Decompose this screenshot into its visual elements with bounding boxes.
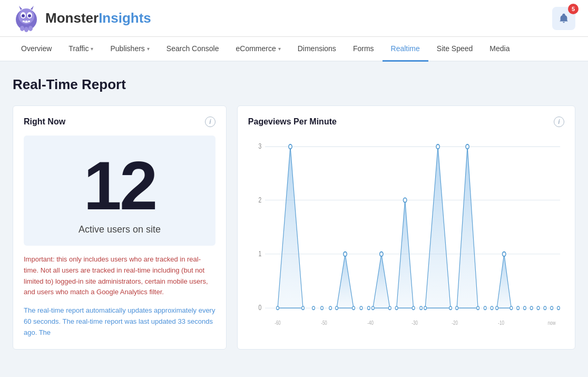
main-content: Real-Time Report Right Now i 12 Active u… bbox=[0, 62, 588, 364]
svg-text:now: now bbox=[548, 320, 556, 326]
svg-point-64 bbox=[557, 306, 560, 310]
nav-item-media[interactable]: Media bbox=[481, 37, 518, 62]
svg-point-61 bbox=[537, 306, 540, 310]
pageviews-panel-header: Pageviews Per Minute i bbox=[248, 117, 564, 127]
chevron-down-icon: ▾ bbox=[91, 46, 93, 52]
svg-marker-44 bbox=[425, 147, 450, 308]
panels-row: Right Now i 12 Active users on site Impo… bbox=[13, 105, 575, 350]
svg-point-53 bbox=[491, 306, 493, 310]
svg-point-38 bbox=[388, 306, 391, 310]
logo-text: MonsterInsights bbox=[45, 10, 151, 26]
svg-point-26 bbox=[312, 306, 315, 310]
big-number-area: 12 Active users on site bbox=[24, 136, 215, 246]
svg-point-57 bbox=[510, 306, 513, 310]
svg-marker-29 bbox=[337, 254, 354, 308]
nav-item-ecommerce[interactable]: eCommerce ▾ bbox=[227, 37, 289, 62]
svg-point-49 bbox=[466, 144, 469, 149]
svg-text:-50: -50 bbox=[321, 320, 327, 326]
update-text: The real-time report automatically updat… bbox=[24, 305, 215, 338]
svg-point-60 bbox=[530, 306, 533, 310]
svg-point-55 bbox=[502, 252, 505, 256]
svg-marker-6 bbox=[19, 6, 22, 10]
nav-item-dimensions[interactable]: Dimensions bbox=[289, 37, 345, 62]
right-now-panel-header: Right Now i bbox=[24, 117, 215, 127]
svg-text:-40: -40 bbox=[367, 320, 374, 326]
svg-point-46 bbox=[424, 306, 427, 310]
logo-insights: Insights bbox=[99, 10, 151, 26]
svg-point-5 bbox=[28, 14, 31, 17]
svg-rect-9 bbox=[25, 21, 27, 22]
svg-text:-10: -10 bbox=[498, 320, 504, 326]
nav-item-search-console[interactable]: Search Console bbox=[158, 37, 228, 62]
svg-text:-60: -60 bbox=[275, 320, 281, 326]
svg-point-50 bbox=[456, 306, 458, 310]
nav-item-overview[interactable]: Overview bbox=[13, 37, 60, 62]
pageviews-chart: 0 1 2 3 bbox=[248, 136, 564, 336]
svg-text:2: 2 bbox=[258, 196, 261, 204]
notification-badge: 5 bbox=[568, 4, 579, 14]
logo-monster: Monster bbox=[45, 10, 99, 26]
svg-point-24 bbox=[276, 306, 279, 310]
header: MonsterInsights 5 bbox=[0, 0, 588, 37]
svg-marker-22 bbox=[278, 147, 303, 308]
right-now-title: Right Now bbox=[24, 117, 65, 127]
svg-marker-7 bbox=[31, 6, 34, 10]
chevron-down-icon: ▾ bbox=[147, 46, 150, 52]
pageviews-panel: Pageviews Per Minute i bbox=[237, 105, 575, 350]
svg-point-31 bbox=[335, 306, 338, 310]
svg-point-30 bbox=[344, 252, 347, 256]
svg-point-63 bbox=[551, 306, 553, 310]
pageviews-title: Pageviews Per Minute bbox=[248, 117, 337, 127]
page-title: Real-Time Report bbox=[13, 76, 575, 93]
svg-point-32 bbox=[352, 306, 355, 310]
svg-text:0: 0 bbox=[258, 304, 261, 312]
chart-container: 0 1 2 3 bbox=[248, 136, 564, 336]
header-right: 5 bbox=[552, 7, 575, 30]
svg-point-25 bbox=[301, 306, 304, 310]
svg-point-37 bbox=[371, 306, 374, 310]
svg-point-12 bbox=[24, 27, 28, 32]
svg-point-59 bbox=[523, 306, 526, 310]
logo-area: MonsterInsights bbox=[13, 5, 151, 32]
svg-point-40 bbox=[403, 198, 406, 202]
svg-point-58 bbox=[517, 306, 520, 310]
svg-point-4 bbox=[22, 14, 25, 17]
svg-point-34 bbox=[367, 306, 370, 310]
svg-point-36 bbox=[379, 252, 383, 256]
svg-marker-35 bbox=[373, 254, 390, 308]
logo-icon bbox=[13, 5, 40, 32]
active-users-label: Active users on site bbox=[79, 224, 161, 235]
nav-item-forms[interactable]: Forms bbox=[345, 37, 383, 62]
svg-point-27 bbox=[320, 306, 323, 310]
svg-point-41 bbox=[395, 306, 398, 310]
svg-point-56 bbox=[496, 306, 498, 310]
svg-point-45 bbox=[436, 144, 439, 149]
svg-point-13 bbox=[28, 26, 33, 31]
svg-point-42 bbox=[412, 306, 415, 310]
svg-text:-20: -20 bbox=[452, 320, 458, 326]
svg-point-28 bbox=[329, 306, 331, 310]
svg-point-43 bbox=[420, 306, 423, 310]
svg-point-23 bbox=[289, 144, 292, 149]
svg-text:-30: -30 bbox=[411, 320, 418, 326]
nav-item-realtime[interactable]: Realtime bbox=[383, 37, 428, 62]
pageviews-info-icon[interactable]: i bbox=[554, 117, 564, 127]
nav-bar: Overview Traffic ▾ Publishers ▾ Search C… bbox=[0, 37, 588, 62]
svg-point-33 bbox=[360, 306, 362, 310]
right-now-info-icon[interactable]: i bbox=[205, 117, 215, 127]
nav-item-publishers[interactable]: Publishers ▾ bbox=[102, 37, 158, 62]
svg-point-11 bbox=[20, 26, 24, 31]
svg-point-52 bbox=[484, 306, 486, 310]
nav-item-site-speed[interactable]: Site Speed bbox=[428, 37, 482, 62]
svg-point-51 bbox=[477, 306, 479, 310]
nav-item-traffic[interactable]: Traffic ▾ bbox=[60, 37, 102, 62]
svg-point-62 bbox=[544, 306, 546, 310]
svg-point-47 bbox=[449, 306, 452, 310]
active-users-number: 12 bbox=[84, 151, 156, 220]
svg-marker-54 bbox=[497, 254, 511, 308]
svg-text:3: 3 bbox=[258, 142, 261, 151]
svg-rect-10 bbox=[28, 21, 30, 22]
important-text: Important: this only includes users who … bbox=[24, 254, 215, 298]
chevron-down-icon: ▾ bbox=[278, 46, 281, 52]
notification-button[interactable]: 5 bbox=[552, 7, 575, 30]
